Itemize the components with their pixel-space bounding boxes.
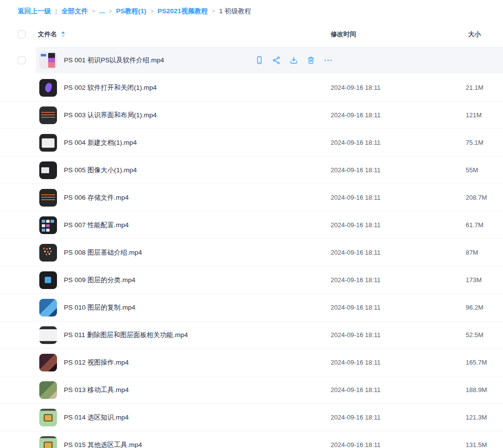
file-name[interactable]: PS 014 选区知识.mp4	[64, 413, 327, 422]
select-all-checkbox[interactable]	[18, 30, 26, 38]
file-size: 121.3M	[466, 414, 503, 421]
file-name[interactable]: PS 010 图层的复制.mp4	[64, 303, 327, 312]
video-thumbnail[interactable]	[39, 354, 57, 371]
file-row[interactable]: PS 002 软件打开和关闭(1).mp4 2024-09-16 18:11 2…	[0, 74, 503, 102]
video-thumbnail[interactable]	[39, 161, 57, 179]
delete-icon[interactable]	[306, 55, 316, 65]
sort-asc-icon	[61, 31, 65, 34]
file-size: 131.5M	[466, 441, 503, 448]
column-header-modified: 修改时间	[327, 30, 466, 39]
more-icon[interactable]	[323, 55, 333, 65]
video-thumbnail[interactable]	[39, 216, 57, 234]
chevron-right-icon: >	[150, 8, 154, 15]
column-header-size: 大小	[466, 30, 503, 39]
breadcrumb: 返回上一级 | 全部文件 > ... > PS教程(1) > PS2021视频教…	[0, 0, 503, 22]
file-modified-time: 2024-09-16 18:11	[327, 139, 466, 146]
video-thumbnail[interactable]	[39, 436, 57, 448]
file-modified-time: 2024-09-16 18:11	[327, 331, 466, 339]
video-thumbnail[interactable]	[39, 106, 57, 124]
file-name[interactable]: PS 011 删除图层和图层面板相关功能.mp4	[64, 331, 327, 340]
file-name[interactable]: PS 012 视图操作.mp4	[64, 358, 327, 367]
file-size: 75.1M	[466, 139, 503, 146]
file-name[interactable]: PS 002 软件打开和关闭(1).mp4	[64, 83, 327, 92]
file-size: 208.7M	[466, 194, 503, 201]
breadcrumb-back[interactable]: 返回上一级	[18, 7, 51, 16]
share-icon[interactable]	[272, 55, 281, 65]
file-name[interactable]: PS 008 图层基础介绍.mp4	[64, 248, 327, 257]
breadcrumb-bar-separator: |	[56, 7, 57, 15]
table-header: 文件名 修改时间 大小	[0, 22, 503, 47]
file-size: 96.2M	[466, 304, 503, 311]
video-thumbnail[interactable]	[39, 79, 57, 97]
file-row[interactable]: PS 015 其他选区工具.mp4 2024-09-16 18:11 131.5…	[0, 431, 503, 448]
sort-desc-icon	[61, 35, 65, 38]
download-icon[interactable]	[289, 55, 299, 65]
chevron-right-icon: >	[109, 8, 112, 15]
column-header-filename[interactable]: 文件名	[38, 30, 57, 39]
file-size: 55M	[466, 166, 503, 174]
video-thumbnail[interactable]	[39, 271, 57, 289]
video-thumbnail[interactable]	[39, 409, 57, 426]
file-row[interactable]: PS 005 图像大小(1).mp4 2024-09-16 18:11 55M	[0, 157, 503, 184]
breadcrumb-item-all-files[interactable]: 全部文件	[61, 7, 88, 16]
file-row[interactable]: PS 010 图层的复制.mp4 2024-09-16 18:11 96.2M	[0, 294, 503, 321]
file-row[interactable]: PS 014 选区知识.mp4 2024-09-16 18:11 121.3M	[0, 404, 503, 431]
file-modified-time: 2024-09-16 18:11	[327, 249, 466, 256]
file-modified-time: 2024-09-16 18:11	[327, 304, 466, 311]
video-thumbnail[interactable]	[39, 244, 57, 262]
file-name[interactable]: PS 004 新建文档(1).mp4	[64, 138, 327, 147]
video-thumbnail[interactable]	[39, 52, 57, 69]
file-row[interactable]: PS 013 移动工具.mp4 2024-09-16 18:11 188.9M	[0, 376, 503, 404]
file-size: 165.7M	[466, 359, 503, 366]
file-name[interactable]: PS 009 图层的分类.mp4	[64, 276, 327, 285]
breadcrumb-ellipsis[interactable]: ...	[99, 7, 105, 15]
file-row[interactable]: PS 003 认识界面和布局(1).mp4 2024-09-16 18:11 1…	[0, 102, 503, 129]
file-row[interactable]: PS 001 初识PS以及软件介绍.mp4	[0, 47, 503, 74]
chevron-right-icon: >	[92, 8, 95, 15]
file-size: 61.7M	[466, 221, 503, 229]
row-actions	[254, 47, 333, 74]
file-name[interactable]: PS 015 其他选区工具.mp4	[64, 441, 327, 448]
video-thumbnail[interactable]	[39, 134, 57, 152]
file-row[interactable]: PS 007 性能配置.mp4 2024-09-16 18:11 61.7M	[0, 211, 503, 239]
file-size: 87M	[466, 249, 503, 256]
sort-icon[interactable]	[61, 31, 65, 38]
video-thumbnail[interactable]	[39, 381, 57, 399]
video-thumbnail[interactable]	[39, 189, 57, 207]
file-modified-time: 2024-09-16 18:11	[327, 276, 466, 284]
file-row[interactable]: PS 004 新建文档(1).mp4 2024-09-16 18:11 75.1…	[0, 129, 503, 157]
file-name[interactable]: PS 003 认识界面和布局(1).mp4	[64, 111, 327, 120]
file-modified-time: 2024-09-16 18:11	[327, 166, 466, 174]
file-size: 52.5M	[466, 331, 503, 339]
file-modified-time: 2024-09-16 18:11	[327, 386, 466, 394]
video-thumbnail[interactable]	[39, 299, 57, 316]
file-size: 173M	[466, 276, 503, 284]
save-to-phone-icon[interactable]	[254, 55, 264, 65]
chevron-right-icon: >	[212, 8, 215, 15]
file-modified-time: 2024-09-16 18:11	[327, 194, 466, 201]
breadcrumb-item-ps-tutorial[interactable]: PS教程(1)	[116, 7, 146, 16]
file-row[interactable]: PS 006 存储文件.mp4 2024-09-16 18:11 208.7M	[0, 184, 503, 211]
file-modified-time: 2024-09-16 18:11	[327, 221, 466, 229]
file-list: PS 001 初识PS以及软件介绍.mp4 PS 002 软件打开和关闭(1).…	[0, 47, 503, 448]
file-row[interactable]: PS 012 视图操作.mp4 2024-09-16 18:11 165.7M	[0, 349, 503, 376]
file-name[interactable]: PS 007 性能配置.mp4	[64, 221, 327, 230]
file-modified-time: 2024-09-16 18:11	[327, 84, 466, 91]
file-name[interactable]: PS 013 移动工具.mp4	[64, 386, 327, 395]
breadcrumb-item-ps2021-video[interactable]: PS2021视频教程	[158, 7, 208, 16]
file-row[interactable]: PS 009 图层的分类.mp4 2024-09-16 18:11 173M	[0, 266, 503, 294]
file-size: 121M	[466, 111, 503, 119]
row-checkbox[interactable]	[18, 56, 26, 64]
file-size: 21.1M	[466, 84, 503, 91]
file-modified-time: 2024-09-16 18:11	[327, 414, 466, 421]
file-row[interactable]: PS 011 删除图层和图层面板相关功能.mp4 2024-09-16 18:1…	[0, 321, 503, 349]
file-modified-time: 2024-09-16 18:11	[327, 359, 466, 366]
file-name[interactable]: PS 006 存储文件.mp4	[64, 193, 327, 202]
file-modified-time: 2024-09-16 18:11	[327, 441, 466, 448]
file-row[interactable]: PS 008 图层基础介绍.mp4 2024-09-16 18:11 87M	[0, 239, 503, 266]
file-modified-time: 2024-09-16 18:11	[327, 111, 466, 119]
breadcrumb-current-folder: 1 初级教程	[219, 7, 251, 16]
file-name[interactable]: PS 005 图像大小(1).mp4	[64, 166, 327, 175]
file-size: 188.9M	[466, 386, 503, 394]
video-thumbnail[interactable]	[39, 326, 57, 344]
